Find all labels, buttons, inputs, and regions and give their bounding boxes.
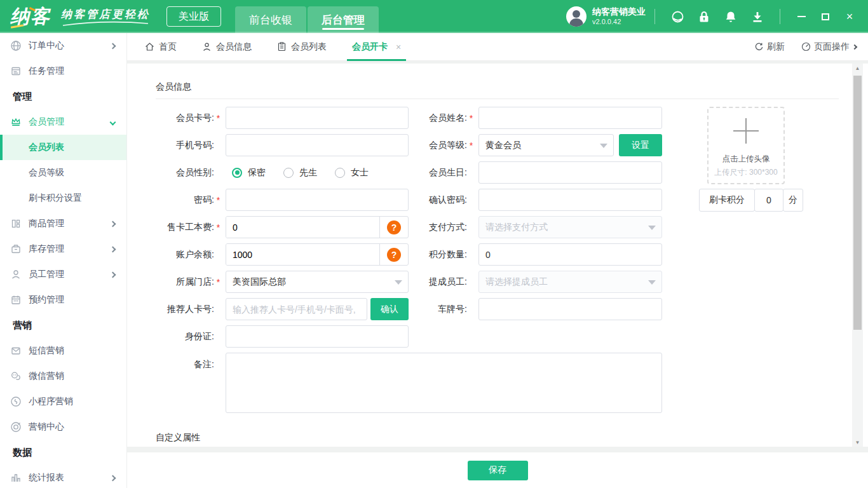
radio-gender-male[interactable]: 先生 (283, 167, 317, 179)
scrollbar-thumb[interactable] (853, 76, 862, 330)
sidebar-item-staff-management[interactable]: 员工管理 (0, 262, 126, 287)
member-icon (202, 42, 212, 51)
member-name-label: 会员姓名:* (409, 112, 478, 124)
select-value: 黄金会员 (485, 140, 521, 151)
member-name-input[interactable] (478, 107, 662, 129)
required-mark: * (214, 277, 222, 287)
sidebar-item-label: 微信营销 (29, 370, 115, 382)
confirm-password-input[interactable] (478, 189, 662, 211)
chevron-down-icon (110, 119, 116, 125)
phone-input[interactable] (226, 134, 409, 156)
nav-front-cashier[interactable]: 前台收银 (235, 6, 306, 33)
minimize-button[interactable] (789, 0, 813, 33)
sidebar-item-goods-management[interactable]: 商品管理 (0, 211, 126, 236)
sidebar-item-sms-marketing[interactable]: 短信营销 (0, 338, 126, 363)
sidebar-item-task-management[interactable]: 任务管理 (0, 58, 126, 84)
download-icon[interactable] (744, 0, 771, 33)
envelope-icon (10, 345, 22, 356)
sidebar-item-label: 统计报表 (29, 472, 111, 484)
bell-icon[interactable] (717, 0, 744, 33)
save-button[interactable]: 保存 (468, 461, 528, 480)
sidebar-item-member-list[interactable]: 会员列表 (0, 135, 126, 160)
section-title-member-info: 会员信息 (156, 81, 191, 93)
sidebar-item-wechat-marketing[interactable]: 微信营销 (0, 363, 126, 389)
card-no-input[interactable] (226, 107, 409, 129)
vertical-scrollbar[interactable]: ▲ ▼ (852, 64, 863, 447)
sidebar-item-inventory-management[interactable]: 库存管理 (0, 236, 126, 262)
sidebar-item-swipe-points-setting[interactable]: 刷卡积分设置 (0, 186, 126, 211)
plus-icon (733, 118, 759, 144)
remark-textarea[interactable] (226, 353, 662, 413)
sidebar-item-statistics-report[interactable]: 统计报表 (0, 465, 126, 488)
label-text: 账户余额: (176, 249, 214, 261)
avatar-upload-box[interactable]: 点击上传头像 上传尺寸: 300*300 (707, 107, 785, 184)
card-fee-label: 售卡工本费:* (156, 222, 226, 233)
edition-button[interactable]: 美业版 (166, 6, 221, 27)
balance-help[interactable]: ? (379, 244, 408, 265)
app-logo: 纳客 (10, 7, 51, 26)
password-input[interactable] (226, 189, 409, 211)
birthday-input[interactable] (478, 161, 662, 184)
pay-method-select[interactable]: 请选择支付方式 (478, 216, 662, 238)
referrer-input[interactable] (226, 298, 367, 320)
close-button[interactable]: × (837, 0, 862, 33)
label-text: 手机号码: (176, 140, 214, 151)
sidebar: 订单中心 任务管理 管理 会员管理 会员列表 会员等级 刷卡积分设置 商品管理 … (0, 33, 127, 488)
sidebar-item-label: 预约管理 (29, 294, 115, 306)
sidebar-item-marketing-center[interactable]: 营销中心 (0, 414, 126, 440)
help-icon: ? (387, 220, 401, 234)
refresh-label: 刷新 (767, 41, 785, 53)
swipe-points-value[interactable]: 0 (754, 189, 783, 212)
maximize-button[interactable] (813, 0, 837, 33)
tab-close-icon[interactable]: × (396, 42, 401, 52)
refresh-button[interactable]: 刷新 (754, 41, 785, 53)
sidebar-item-label: 订单中心 (29, 40, 111, 51)
card-no-label: 会员卡号:* (156, 112, 226, 124)
scroll-up-arrow[interactable]: ▲ (852, 64, 863, 72)
tab-member-list[interactable]: 会员列表 (277, 33, 327, 61)
radio-gender-female[interactable]: 女士 (335, 167, 369, 179)
page-operations-button[interactable]: 页面操作 (801, 41, 857, 53)
level-settings-button[interactable]: 设置 (619, 134, 662, 156)
card-fee-input[interactable] (226, 217, 379, 238)
sidebar-item-appointment-management[interactable]: 预约管理 (0, 287, 126, 313)
commission-staff-label: 提成员工: (409, 276, 478, 288)
required-mark: * (214, 195, 222, 205)
required-spacer (214, 359, 222, 370)
store-select[interactable]: 美资国际总部 (226, 271, 409, 293)
form-footer: 保存 (127, 452, 868, 488)
label-text: 会员性别: (176, 167, 214, 179)
points-input[interactable] (478, 243, 662, 266)
radio-gender-secret[interactable]: 保密 (232, 167, 266, 179)
tab-home[interactable]: 首页 (145, 33, 177, 61)
tab-member-info[interactable]: 会员信息 (202, 33, 252, 61)
tab-label: 首页 (159, 41, 177, 53)
sidebar-item-label: 商品管理 (29, 218, 111, 229)
label-text: 身份证: (185, 331, 214, 342)
balance-input[interactable] (226, 244, 379, 265)
points-label: 积分数量: (409, 249, 478, 261)
password-label: 密码:* (156, 194, 226, 206)
section-title-custom-attributes: 自定义属性 (156, 432, 200, 444)
member-level-select[interactable]: 黄金会员 (478, 134, 614, 156)
header-right: 纳客营销美业 v2.0.0.42 × (566, 0, 868, 33)
user-avatar[interactable] (566, 6, 587, 27)
id-card-input[interactable] (226, 325, 409, 348)
sidebar-section-marketing: 营销 (0, 313, 126, 338)
sidebar-item-order-center[interactable]: 订单中心 (0, 33, 126, 58)
tab-member-open-card[interactable]: 会员开卡 × (352, 33, 401, 61)
radio-label: 先生 (299, 167, 317, 179)
plate-no-input[interactable] (478, 298, 662, 320)
commission-staff-select[interactable]: 请选择提成员工 (478, 271, 662, 293)
lock-icon[interactable] (691, 0, 717, 33)
tab-bar: 首页 会员信息 会员列表 会员开卡 × 刷新 页面 (127, 33, 868, 61)
card-fee-help[interactable]: ? (379, 217, 408, 238)
customer-service-icon[interactable] (664, 0, 691, 33)
avatar-body (569, 18, 583, 27)
scroll-down-arrow[interactable]: ▼ (852, 438, 863, 447)
sidebar-item-miniprogram-marketing[interactable]: 小程序营销 (0, 389, 126, 414)
referrer-confirm-button[interactable]: 确认 (370, 298, 409, 320)
sidebar-item-member-level[interactable]: 会员等级 (0, 160, 126, 186)
sidebar-item-member-management[interactable]: 会员管理 (0, 109, 126, 135)
nav-back-management[interactable]: 后台管理 (308, 6, 379, 33)
